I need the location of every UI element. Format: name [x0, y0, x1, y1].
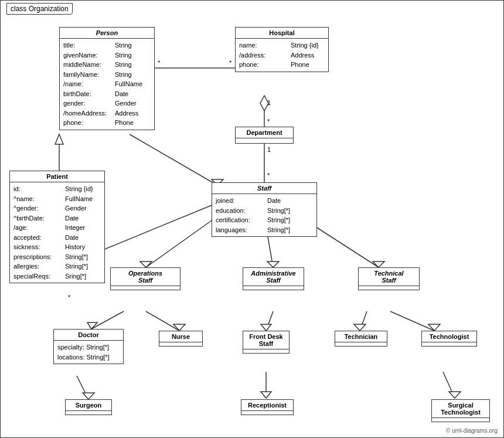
- svg-marker-29: [354, 324, 366, 331]
- svg-marker-4: [260, 96, 268, 111]
- svg-line-13: [130, 134, 217, 185]
- technologist-class: Technologist: [421, 331, 477, 347]
- person-attrs: title:String givenName:String middleName…: [60, 39, 154, 130]
- administrative-staff-class: AdministrativeStaff: [243, 267, 304, 290]
- svg-text:*: *: [158, 59, 161, 66]
- doctor-class: Doctor specialty: String[*] locations: S…: [53, 329, 124, 364]
- svg-line-30: [390, 311, 434, 331]
- department-class: Department: [235, 127, 294, 144]
- svg-line-16: [146, 216, 217, 267]
- front-desk-staff-title: Front DeskStaff: [243, 331, 289, 349]
- operations-staff-class: OperationsStaff: [110, 267, 181, 290]
- surgical-technologist-class: SurgicalTechnologist: [431, 399, 490, 422]
- front-desk-staff-class: Front DeskStaff: [243, 331, 290, 354]
- person-class: Person title:String givenName:String mid…: [59, 27, 155, 130]
- receptionist-class: Receptionist: [241, 399, 294, 415]
- svg-marker-17: [140, 262, 152, 267]
- svg-marker-31: [428, 324, 440, 331]
- patient-class: Patient id:String {id} ^name:FullName ^g…: [9, 171, 105, 283]
- svg-text:*: *: [229, 59, 232, 66]
- staff-attrs: joined:Date education:String[*] certific…: [212, 194, 316, 236]
- svg-marker-12: [55, 134, 63, 144]
- person-title: Person: [60, 28, 154, 39]
- nurse-title: Nurse: [159, 331, 202, 342]
- svg-line-26: [266, 311, 273, 331]
- svg-text:*: *: [267, 172, 270, 179]
- operations-staff-title: OperationsStaff: [111, 268, 180, 286]
- svg-marker-19: [267, 262, 279, 267]
- svg-line-36: [443, 372, 455, 398]
- hospital-title: Hospital: [236, 28, 328, 39]
- hospital-attrs: name:String {id} /address:Address phone:…: [236, 39, 328, 72]
- staff-class: Staff joined:Date education:String[*] ce…: [212, 182, 317, 237]
- svg-text:*: *: [68, 294, 71, 301]
- patient-title: Patient: [10, 171, 104, 182]
- receptionist-title: Receptionist: [241, 400, 293, 411]
- surgical-technologist-title: SurgicalTechnologist: [432, 400, 489, 418]
- svg-marker-25: [173, 324, 185, 331]
- svg-marker-35: [261, 392, 271, 398]
- svg-marker-21: [373, 262, 384, 267]
- technical-staff-class: TechnicalStaff: [358, 267, 420, 290]
- svg-marker-27: [261, 324, 271, 331]
- svg-marker-37: [449, 392, 461, 398]
- svg-line-24: [146, 311, 179, 331]
- surgeon-class: Surgeon: [65, 399, 112, 415]
- svg-line-32: [77, 376, 88, 399]
- department-title: Department: [236, 127, 293, 138]
- surgeon-title: Surgeon: [66, 400, 111, 411]
- svg-text:1: 1: [267, 99, 271, 106]
- technician-title: Technician: [335, 331, 387, 342]
- svg-marker-33: [83, 393, 94, 399]
- department-attrs: [236, 138, 293, 143]
- nurse-class: Nurse: [159, 331, 203, 347]
- doctor-attrs: specialty: String[*] locations: String[*…: [54, 341, 123, 364]
- technical-staff-title: TechnicalStaff: [359, 268, 419, 286]
- copyright: © uml-diagrams.org: [446, 427, 498, 434]
- staff-title: Staff: [212, 183, 316, 194]
- hospital-class: Hospital name:String {id} /address:Addre…: [235, 27, 329, 72]
- svg-line-22: [91, 311, 124, 329]
- technologist-title: Technologist: [422, 331, 476, 342]
- svg-marker-23: [87, 322, 97, 329]
- diagram-title: class Organization: [6, 3, 73, 15]
- technician-class: Technician: [335, 331, 387, 347]
- doctor-title: Doctor: [54, 330, 123, 341]
- svg-text:1: 1: [267, 146, 271, 153]
- patient-attrs: id:String {id} ^name:FullName ^gender:Ge…: [10, 182, 104, 283]
- diagram-container: class Organization * * 1 * 1 * *: [0, 0, 504, 438]
- svg-text:*: *: [267, 118, 270, 125]
- administrative-staff-title: AdministrativeStaff: [243, 268, 304, 286]
- svg-line-28: [360, 311, 367, 331]
